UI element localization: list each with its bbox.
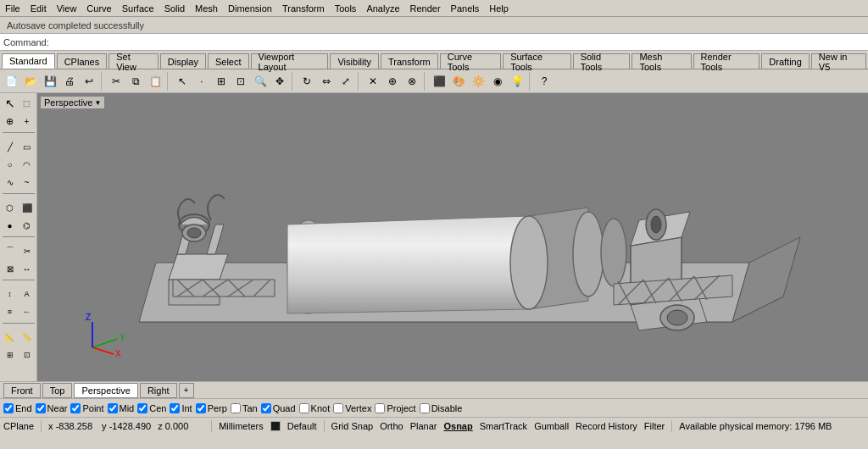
viewport-perspective[interactable]: Perspective ▼: [37, 93, 868, 381]
tab-cplanes[interactable]: CPlanes: [57, 53, 108, 69]
record-history-toggle[interactable]: Record History: [576, 421, 637, 431]
viewport-label[interactable]: Perspective ▼: [41, 97, 104, 108]
snap-int-check[interactable]: [170, 403, 180, 413]
rect-icon[interactable]: ▭: [19, 139, 36, 154]
snap-project[interactable]: Project: [375, 403, 415, 413]
box-icon[interactable]: ⬛: [19, 200, 36, 215]
menu-tools[interactable]: Tools: [330, 2, 362, 15]
select-left-icon[interactable]: ↖: [2, 96, 19, 111]
scale-icon[interactable]: ⤢: [337, 72, 355, 91]
grid-icon[interactable]: ⊞: [2, 347, 19, 363]
planar-toggle[interactable]: Planar: [410, 421, 437, 431]
menu-solid[interactable]: Solid: [159, 2, 190, 15]
snap-mid-check[interactable]: [108, 403, 118, 413]
save-icon[interactable]: 💾: [41, 72, 59, 91]
snap-near-check[interactable]: [36, 403, 46, 413]
light-icon[interactable]: 💡: [508, 72, 526, 91]
smarttrack-toggle[interactable]: SmartTrack: [480, 421, 527, 431]
text-icon[interactable]: A: [19, 286, 36, 302]
snap-project-check[interactable]: [375, 403, 385, 413]
snap-quad[interactable]: Quad: [261, 403, 296, 413]
tab-right[interactable]: Right: [140, 383, 177, 398]
snap-disable[interactable]: Disable: [420, 403, 463, 413]
snap-near[interactable]: Near: [36, 403, 68, 413]
new-icon[interactable]: 📄: [2, 72, 20, 91]
mirror-icon[interactable]: ⇔: [317, 72, 336, 91]
menu-render[interactable]: Render: [405, 2, 446, 15]
snap-cen[interactable]: Cen: [137, 403, 166, 413]
pan-left-icon[interactable]: ⊕: [2, 114, 19, 129]
tab-standard[interactable]: Standard: [2, 53, 55, 69]
hatch-icon[interactable]: ≡: [2, 304, 19, 319]
snap-vertex[interactable]: Vertex: [333, 403, 371, 413]
add-viewport-button[interactable]: +: [179, 383, 194, 398]
select-icon[interactable]: ↖: [173, 72, 192, 91]
snap-end[interactable]: End: [3, 403, 32, 413]
tab-curve-tools[interactable]: Curve Tools: [440, 53, 501, 69]
select-right-icon[interactable]: ⬚: [19, 96, 36, 111]
tab-display[interactable]: Display: [160, 53, 206, 69]
snap-tan-check[interactable]: [231, 403, 241, 413]
menu-curve[interactable]: Curve: [81, 2, 116, 15]
snap-disable-check[interactable]: [420, 403, 430, 413]
extrude-icon[interactable]: ⬡: [2, 200, 19, 215]
rotate-icon[interactable]: ↻: [298, 72, 316, 91]
ortho-toggle[interactable]: Ortho: [380, 421, 403, 431]
open-icon[interactable]: 📂: [21, 72, 40, 91]
leader-icon[interactable]: ←: [19, 304, 36, 319]
snap-perp[interactable]: Perp: [196, 403, 227, 413]
gumball-toggle[interactable]: Gumball: [534, 421, 569, 431]
render-icon[interactable]: 🔆: [469, 72, 487, 91]
analyze2-icon[interactable]: 📏: [19, 330, 36, 345]
tab-solid-tools[interactable]: Solid Tools: [573, 53, 631, 69]
undo-icon[interactable]: ↩: [80, 72, 98, 91]
filter-toggle[interactable]: Filter: [644, 421, 665, 431]
tab-mesh-tools[interactable]: Mesh Tools: [632, 53, 691, 69]
arc-icon[interactable]: ◠: [19, 157, 36, 172]
command-input[interactable]: [53, 37, 865, 47]
snap-tan[interactable]: Tan: [231, 403, 258, 413]
zoom-icon[interactable]: 🔍: [251, 72, 270, 91]
menu-dimension[interactable]: Dimension: [223, 2, 277, 15]
zoom-ext-icon[interactable]: ⊞: [212, 72, 231, 91]
join-icon[interactable]: ⊕: [383, 72, 402, 91]
menu-transform[interactable]: Transform: [277, 2, 330, 15]
tab-transform[interactable]: Transform: [381, 53, 438, 69]
sphere-icon[interactable]: ●: [2, 218, 19, 233]
dim-icon[interactable]: ↕: [2, 286, 19, 302]
layer-display[interactable]: Default: [287, 421, 317, 431]
snap-int[interactable]: Int: [170, 403, 192, 413]
snap-mid[interactable]: Mid: [108, 403, 135, 413]
pan-icon[interactable]: ✥: [270, 72, 289, 91]
material-icon[interactable]: ◉: [488, 72, 507, 91]
menu-help[interactable]: Help: [484, 2, 514, 15]
snap-knot-check[interactable]: [299, 403, 309, 413]
zoom-left-icon[interactable]: +: [19, 114, 36, 129]
tab-new-v5[interactable]: New in V5: [811, 53, 866, 69]
help-icon[interactable]: ?: [535, 72, 554, 91]
snap-end-check[interactable]: [3, 403, 14, 413]
menu-edit[interactable]: Edit: [25, 2, 52, 15]
color-icon[interactable]: 🎨: [449, 72, 468, 91]
spline-icon[interactable]: ~: [19, 175, 36, 190]
fillet-icon[interactable]: ⌒: [2, 243, 19, 258]
tab-visibility[interactable]: Visibility: [330, 53, 379, 69]
curve-icon[interactable]: ∿: [2, 175, 19, 190]
snap-point-check[interactable]: [70, 403, 81, 413]
point-icon[interactable]: ·: [192, 72, 211, 91]
snap-quad-check[interactable]: [261, 403, 271, 413]
zoom-win-icon[interactable]: ⊡: [231, 72, 250, 91]
menu-panels[interactable]: Panels: [446, 2, 485, 15]
snap-cen-check[interactable]: [137, 403, 147, 413]
cut-icon[interactable]: ✂: [107, 72, 125, 91]
cylinder-icon[interactable]: ⌬: [19, 218, 36, 233]
circle-icon[interactable]: ○: [2, 157, 19, 172]
paste-icon[interactable]: 📋: [146, 72, 164, 91]
menu-analyze[interactable]: Analyze: [361, 2, 404, 15]
tab-select[interactable]: Select: [208, 53, 249, 69]
line-icon[interactable]: ╱: [2, 139, 19, 154]
analyze1-icon[interactable]: 📐: [2, 330, 19, 345]
copy-icon[interactable]: ⧉: [126, 72, 145, 91]
menu-surface[interactable]: Surface: [117, 2, 159, 15]
menu-view[interactable]: View: [52, 2, 82, 15]
